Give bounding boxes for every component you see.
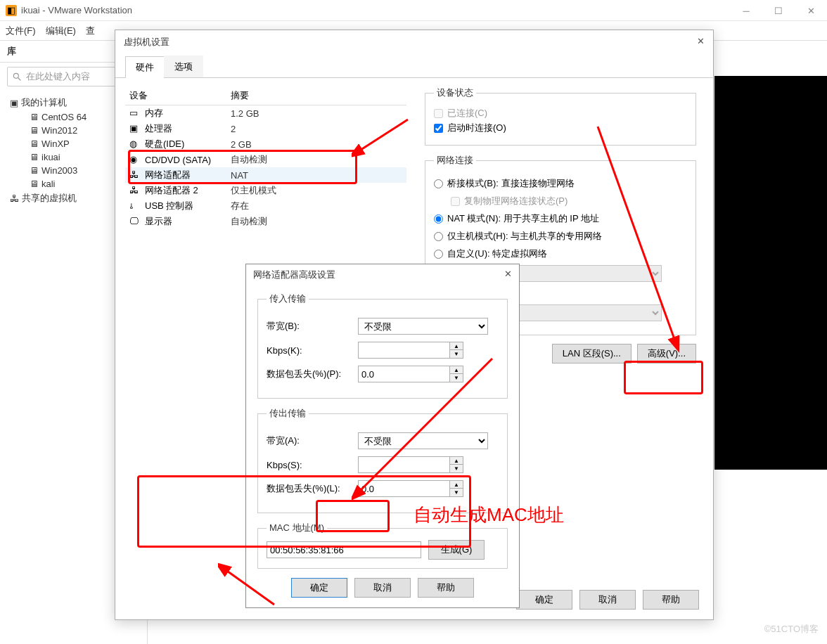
- subdialog-title: 网络适配器高级设置: [253, 269, 335, 281]
- search-placeholder: 在此处键入内容: [26, 70, 90, 83]
- cd-icon: ◉: [129, 154, 141, 165]
- hw-row-usb[interactable]: ⫰USB 控制器存在: [125, 198, 406, 214]
- svg-point-0: [13, 73, 18, 78]
- watermark: ©51CTO博客: [764, 623, 819, 636]
- spinner-buttons[interactable]: ▲▼: [449, 342, 463, 359]
- mac-address-input[interactable]: [267, 541, 421, 558]
- advanced-cancel-button[interactable]: 取消: [354, 578, 411, 598]
- hw-row-nic2[interactable]: 🖧网络适配器 2仅主机模式: [125, 183, 406, 198]
- bandwidth-in-select[interactable]: 不受限: [358, 318, 488, 335]
- kbps-out-input: [358, 456, 449, 473]
- spinner-buttons[interactable]: ▲▼: [449, 480, 463, 497]
- tab-hardware[interactable]: 硬件: [125, 56, 165, 78]
- tab-options[interactable]: 选项: [164, 56, 203, 77]
- settings-ok-button[interactable]: 确定: [516, 590, 572, 610]
- dialog-title: 虚拟机设置: [124, 36, 169, 49]
- search-icon: [12, 72, 22, 82]
- advanced-ok-button[interactable]: 确定: [291, 578, 347, 598]
- menu-edit[interactable]: 编辑(E): [46, 25, 76, 37]
- lan-segments-button[interactable]: LAN 区段(S)...: [552, 344, 632, 363]
- device-status-group: 设备状态 已连接(C) 启动时连接(O): [425, 86, 696, 146]
- spinner-buttons[interactable]: ▲▼: [449, 456, 463, 473]
- close-icon[interactable]: ✕: [504, 269, 512, 281]
- connect-at-poweron-checkbox[interactable]: [434, 124, 443, 133]
- spinner-buttons[interactable]: ▲▼: [449, 366, 463, 382]
- usb-icon: ⫰: [129, 200, 141, 212]
- hw-row-display[interactable]: 🖵显示器自动检测: [125, 214, 406, 229]
- outgoing-group: 传出传输 带宽(A):不受限 Kbps(S):▲▼ 数据包丢失(%)(L):▲▼: [257, 407, 508, 513]
- close-icon[interactable]: ✕: [697, 36, 705, 49]
- col-summary: 摘要: [231, 89, 249, 102]
- col-device: 设备: [125, 89, 231, 102]
- advanced-help-button[interactable]: 帮助: [418, 578, 474, 598]
- replicate-checkbox: [451, 197, 460, 206]
- app-icon: ◧: [6, 5, 17, 16]
- menu-file[interactable]: 文件(F): [6, 25, 36, 37]
- vm-console-area: [714, 76, 827, 470]
- connected-checkbox: [434, 109, 443, 118]
- window-title: ikuai - VMware Workstation: [21, 5, 132, 15]
- nic-icon: 🖧: [129, 169, 141, 181]
- custom-radio[interactable]: [434, 250, 443, 259]
- svg-line-1: [18, 78, 21, 81]
- hw-row-memory[interactable]: ▭内存1.2 GB: [125, 105, 406, 121]
- advanced-button[interactable]: 高级(V)...: [637, 344, 696, 363]
- loss-in-input[interactable]: [358, 366, 449, 382]
- nic-advanced-dialog: 网络适配器高级设置 ✕ 传入传输 带宽(B):不受限 Kbps(K):▲▼ 数据…: [245, 264, 520, 608]
- hw-row-nic[interactable]: 🖧网络适配器NAT: [125, 167, 406, 183]
- mac-address-group: MAC 地址(M) 生成(G): [257, 522, 508, 569]
- display-icon: 🖵: [129, 216, 141, 227]
- loss-out-input[interactable]: [358, 480, 449, 497]
- minimize-button[interactable]: ─: [730, 0, 762, 21]
- nat-radio[interactable]: [434, 214, 443, 224]
- settings-help-button[interactable]: 帮助: [643, 590, 699, 610]
- bandwidth-out-select[interactable]: 不受限: [358, 432, 488, 449]
- hw-row-cpu[interactable]: ▣处理器2: [125, 121, 406, 136]
- close-button[interactable]: ✕: [795, 0, 827, 21]
- cpu-icon: ▣: [129, 123, 141, 134]
- hdd-icon: ◍: [129, 139, 141, 150]
- hw-row-hdd[interactable]: ◍硬盘(IDE)2 GB: [125, 136, 406, 152]
- vm-settings-dialog: 虚拟机设置 ✕ 硬件 选项 设备 摘要 ▭内存1.2 GB ▣处理器2 ◍硬盘(…: [115, 30, 714, 620]
- titlebar: ◧ ikuai - VMware Workstation ─ ☐ ✕: [0, 0, 827, 21]
- maximize-button[interactable]: ☐: [762, 0, 795, 21]
- menu-view[interactable]: 查: [86, 25, 95, 37]
- generate-mac-button[interactable]: 生成(G): [428, 540, 485, 560]
- kbps-in-input: [358, 342, 449, 359]
- settings-cancel-button[interactable]: 取消: [579, 590, 636, 610]
- bridged-radio[interactable]: [434, 179, 443, 188]
- hostonly-radio[interactable]: [434, 232, 443, 241]
- hw-row-cd[interactable]: ◉CD/DVD (SATA)自动检测: [125, 152, 406, 167]
- incoming-group: 传入传输 带宽(B):不受限 Kbps(K):▲▼ 数据包丢失(%)(P):▲▼: [257, 292, 508, 399]
- memory-icon: ▭: [129, 108, 141, 119]
- nic-icon: 🖧: [129, 185, 141, 196]
